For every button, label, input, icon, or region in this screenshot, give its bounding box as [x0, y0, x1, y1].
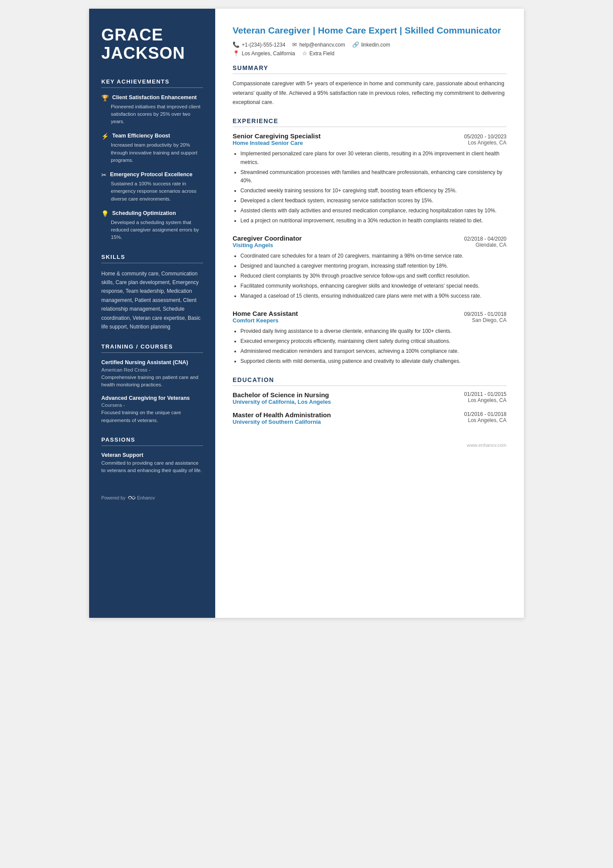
edu-right: 01/2011 - 01/2015 Los Angeles, CA	[464, 391, 506, 405]
edu-school: University of California, Los Angeles	[233, 399, 331, 405]
passions-title: PASSIONS	[101, 436, 203, 446]
phone-contact: 📞 +1-(234)-555-1234	[233, 41, 285, 48]
passion-item: Veteran Support Committed to providing c…	[101, 452, 203, 475]
bullet-item: Developed a client feedback system, incr…	[240, 197, 506, 205]
skills-title: SKILLS	[101, 254, 203, 263]
training-section: TRAINING / COURSES Certified Nursing Ass…	[101, 343, 203, 424]
achievement-item: 🏆 Client Satisfaction Enhancement Pionee…	[101, 94, 203, 126]
key-achievements-title: KEY ACHIEVEMENTS	[101, 78, 203, 88]
summary-title: SUMMARY	[233, 64, 506, 74]
achievement-icon: ⚡	[101, 133, 109, 140]
key-achievements-section: KEY ACHIEVEMENTS 🏆 Client Satisfaction E…	[101, 78, 203, 241]
education-entry: Bachelor of Science in Nursing Universit…	[233, 391, 506, 405]
passion-title: Veteran Support	[101, 452, 203, 458]
training-title: Advanced Caregiving for Veterans	[101, 395, 203, 402]
edu-date: 01/2016 - 01/2018	[464, 411, 506, 417]
header-section: Veteran Caregiver | Home Care Expert | S…	[233, 24, 506, 57]
job-title: Home Care Assistant	[233, 310, 298, 317]
bullet-item: Administered medication reminders and tr…	[240, 347, 506, 356]
job-company: Comfort Keepers	[233, 317, 278, 324]
job-bullets: Implemented personalized care plans for …	[233, 150, 506, 225]
email-value: help@enhancv.com	[299, 42, 345, 48]
linkedin-icon: 🔗	[352, 41, 359, 48]
achievement-title: Team Efficiency Boost	[112, 132, 170, 139]
achievement-title: Client Satisfaction Enhancement	[112, 94, 197, 101]
jobs-list: Senior Caregiving Specialist 05/2020 - 1…	[233, 132, 506, 366]
job-bullets: Provided daily living assistance to a di…	[233, 327, 506, 365]
bullet-item: Streamlined communication processes with…	[240, 168, 506, 186]
job-entry: Home Care Assistant 09/2015 - 01/2018 Co…	[233, 310, 506, 365]
email-contact: ✉ help@enhancv.com	[292, 41, 345, 48]
contact-row-2: 📍 Los Angeles, California ☆ Extra Field	[233, 50, 506, 57]
edu-date: 01/2011 - 01/2015	[464, 391, 506, 397]
achievement-desc: Pioneered initiatives that improved clie…	[101, 103, 203, 126]
passion-desc: Committed to providing care and assistan…	[101, 459, 203, 475]
bullet-item: Reduced client complaints by 30% through…	[240, 272, 506, 281]
job-title: Caregiver Coordinator	[233, 235, 302, 242]
enhancv-logo: Enhancv	[128, 495, 155, 500]
job-company: Visiting Angels	[233, 242, 273, 248]
achievement-desc: Increased team productivity by 20% throu…	[101, 141, 203, 164]
linkedin-contact[interactable]: 🔗 linkedin.com	[352, 41, 390, 48]
job-entry: Senior Caregiving Specialist 05/2020 - 1…	[233, 132, 506, 225]
edu-location: Los Angeles, CA	[464, 417, 506, 423]
achievements-list: 🏆 Client Satisfaction Enhancement Pionee…	[101, 94, 203, 241]
location-contact: 📍 Los Angeles, California	[233, 50, 295, 57]
passions-section: PASSIONS Veteran Support Committed to pr…	[101, 436, 203, 475]
education-title: EDUCATION	[233, 376, 506, 386]
training-title: Certified Nursing Assistant (CNA)	[101, 359, 203, 366]
email-icon: ✉	[292, 41, 297, 48]
achievement-title: Emergency Protocol Excellence	[110, 171, 193, 178]
full-name: GRACE JACKSON	[101, 26, 203, 63]
job-location: San Diego, CA	[472, 317, 506, 324]
job-entry: Caregiver Coordinator 02/2018 - 04/2020 …	[233, 235, 506, 300]
achievement-item: ✂ Emergency Protocol Excellence Sustaine…	[101, 171, 203, 203]
education-entry: Master of Health Administration Universi…	[233, 411, 506, 425]
bullet-item: Designed and launched a caregiver mentor…	[240, 262, 506, 271]
training-org: Coursera -	[101, 402, 203, 408]
job-company: Home Instead Senior Care	[233, 140, 303, 146]
phone-value: +1-(234)-555-1234	[242, 42, 285, 48]
powered-by-text: Powered by	[101, 495, 125, 500]
skills-text: Home & community care, Communication ski…	[101, 269, 203, 332]
education-section: EDUCATION Bachelor of Science in Nursing…	[233, 376, 506, 425]
bullet-item: Provided daily living assistance to a di…	[240, 327, 506, 336]
edu-left: Master of Health Administration Universi…	[233, 411, 331, 425]
job-location: Glendale, CA	[476, 242, 506, 248]
brand-name: Enhancv	[137, 495, 155, 500]
job-bullets: Coordinated care schedules for a team of…	[233, 252, 506, 300]
edu-location: Los Angeles, CA	[464, 397, 506, 403]
extra-field-contact: ☆ Extra Field	[302, 50, 334, 57]
experience-section: EXPERIENCE Senior Caregiving Specialist …	[233, 117, 506, 366]
location-value: Los Angeles, California	[242, 50, 295, 57]
edu-left: Bachelor of Science in Nursing Universit…	[233, 391, 331, 405]
phone-icon: 📞	[233, 41, 240, 48]
bullet-item: Coordinated care schedules for a team of…	[240, 252, 506, 261]
achievement-icon: 🏆	[101, 94, 109, 101]
achievement-desc: Developed a scheduling system that reduc…	[101, 219, 203, 241]
bullet-item: Facilitated community workshops, enhanci…	[240, 282, 506, 291]
edu-school: University of Southern California	[233, 419, 331, 425]
training-desc: Focused training on the unique care requ…	[101, 409, 203, 424]
achievement-title: Scheduling Optimization	[112, 210, 176, 217]
job-title: Senior Caregiving Specialist	[233, 132, 321, 140]
training-title: TRAINING / COURSES	[101, 343, 203, 353]
location-icon: 📍	[233, 50, 240, 57]
training-list: Certified Nursing Assistant (CNA) Americ…	[101, 359, 203, 424]
achievement-item: ⚡ Team Efficiency Boost Increased team p…	[101, 132, 203, 164]
bullet-item: Implemented personalized care plans for …	[240, 150, 506, 167]
website-text: www.enhancv.com	[467, 442, 506, 448]
bullet-item: Managed a caseload of 15 clients, ensuri…	[240, 292, 506, 301]
star-icon: ☆	[302, 50, 307, 57]
achievement-item: 💡 Scheduling Optimization Developed a sc…	[101, 210, 203, 241]
linkedin-value: linkedin.com	[361, 42, 390, 48]
bullet-item: Led a project on nutritional improvement…	[240, 217, 506, 225]
education-list: Bachelor of Science in Nursing Universit…	[233, 391, 506, 425]
bullet-item: Assisted clients with daily activities a…	[240, 207, 506, 215]
edu-degree: Master of Health Administration	[233, 411, 331, 419]
sidebar-footer: Powered by Enhancv	[101, 486, 203, 500]
achievement-desc: Sustained a 100% success rate in emergen…	[101, 180, 203, 203]
sidebar: GRACE JACKSON KEY ACHIEVEMENTS 🏆 Client …	[89, 9, 215, 618]
passions-list: Veteran Support Committed to providing c…	[101, 452, 203, 475]
bullet-item: Conducted weekly training sessions for 1…	[240, 187, 506, 195]
